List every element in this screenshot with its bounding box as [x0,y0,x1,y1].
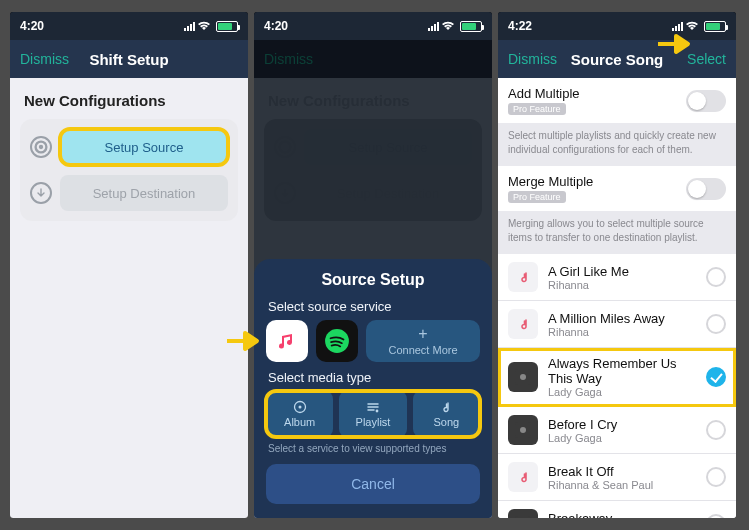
status-bar: 4:20 [10,12,248,40]
album-art-icon [508,509,538,518]
status-right [672,21,726,32]
service-spotify[interactable] [316,320,358,362]
media-label: Select media type [268,370,478,385]
album-art-icon [508,262,538,292]
svg-point-6 [376,410,379,413]
status-right [428,21,482,32]
song-title: Breakaway [548,511,696,519]
status-bar: 4:20 [254,12,492,40]
media-hint: Select a service to view supported types [268,443,478,454]
status-time: 4:20 [20,19,44,33]
panel-body: New Configurations Setup Source Setup De… [254,78,492,518]
song-artist: Lady Gaga [548,386,696,398]
media-playlist[interactable]: Playlist [339,391,406,437]
panel-body: New Configurations Setup Source Setup D [10,78,248,518]
song-artist: Rihanna & Sean Paul [548,479,696,491]
svg-point-10 [520,427,526,433]
svg-rect-11 [515,516,531,518]
status-bar: 4:22 [498,12,736,40]
pro-badge: Pro Feature [508,103,566,115]
signal-icon [672,21,683,31]
status-time: 4:20 [264,19,288,33]
album-art-icon [508,462,538,492]
signal-icon [184,21,195,31]
wifi-icon [441,21,455,31]
nav-bar-dimmed: Dismiss [254,40,492,78]
nav-bar: Dismiss Source Song Select [498,40,736,78]
song-row[interactable]: A Million Miles AwayRihanna [498,301,736,348]
song-row[interactable]: Always Remember Us This WayLady Gaga [498,348,736,407]
pro-badge: Pro Feature [508,191,566,203]
setup-destination-button[interactable]: Setup Destination [60,175,228,211]
song-list: A Girl Like MeRihannaA Million Miles Awa… [498,254,736,518]
media-song[interactable]: Song [413,391,480,437]
sheet-title: Source Setup [266,271,480,289]
screenshot-source-setup: 4:20 Dismiss New Configurations Setup So… [254,12,492,518]
step-source-icon [30,136,52,158]
connect-more-button[interactable]: + Connect More [366,320,480,362]
dismiss-button[interactable]: Dismiss [10,40,79,78]
song-row[interactable]: Break It OffRihanna & Sean Paul [498,454,736,501]
song-radio[interactable] [706,367,726,387]
screenshot-shift-setup: 4:20 . Dismiss Shift Setup New Configura… [10,12,248,518]
nav-title: Source Song [571,51,664,68]
song-row[interactable]: BreakawayLennon Stella [498,501,736,518]
album-art-icon [508,415,538,445]
merge-multiple-toggle[interactable] [686,178,726,200]
source-setup-sheet: Source Setup Select source service + Con… [254,259,492,518]
wifi-icon [685,21,699,31]
song-row[interactable]: A Girl Like MeRihanna [498,254,736,301]
dismiss-button: Dismiss [254,40,323,78]
signal-icon [428,21,439,31]
svg-point-5 [298,406,301,409]
status-time: 4:22 [508,19,532,33]
config-card: Setup Source Setup Destination [20,119,238,221]
nav-title: Shift Setup [89,51,168,68]
add-multiple-row[interactable]: Add Multiple Pro Feature [498,78,736,123]
song-artist: Rihanna [548,279,696,291]
song-radio[interactable] [706,314,726,334]
section-header: New Configurations [24,92,234,109]
panel-body: Add Multiple Pro Feature Select multiple… [498,78,736,518]
select-button[interactable]: Select [677,40,736,78]
album-art-icon [508,309,538,339]
service-label: Select source service [268,299,478,314]
media-album[interactable]: Album [266,391,333,437]
wifi-icon [197,21,211,31]
battery-icon [460,21,482,32]
plus-icon: + [418,326,427,342]
song-radio[interactable] [706,467,726,487]
song-title: Break It Off [548,464,696,479]
song-title: Before I Cry [548,417,696,432]
song-radio[interactable] [706,267,726,287]
merge-multiple-row[interactable]: Merge Multiple Pro Feature [498,166,736,211]
svg-point-8 [520,374,526,380]
service-apple-music[interactable] [266,320,308,362]
media-type-row: Album Playlist Song [266,391,480,437]
nav-bar: Dismiss Shift Setup [10,40,248,78]
screenshot-source-song: 4:22 Dismiss Source Song Select Add Mult… [498,12,736,518]
dismiss-button[interactable]: Dismiss [498,40,567,78]
step-dest-icon [30,182,52,204]
song-artist: Rihanna [548,326,696,338]
song-title: A Million Miles Away [548,311,696,326]
add-multiple-note: Select multiple playlists and quickly cr… [498,123,736,166]
status-right [184,21,238,32]
merge-multiple-note: Merging allows you to select multiple so… [498,211,736,254]
song-radio[interactable] [706,514,726,518]
battery-icon [216,21,238,32]
song-artist: Lady Gaga [548,432,696,444]
battery-icon [704,21,726,32]
add-multiple-toggle[interactable] [686,90,726,112]
album-art-icon [508,362,538,392]
setup-source-button[interactable]: Setup Source [60,129,228,165]
cancel-button[interactable]: Cancel [266,464,480,504]
svg-point-1 [39,145,43,149]
song-radio[interactable] [706,420,726,440]
song-title: A Girl Like Me [548,264,696,279]
song-title: Always Remember Us This Way [548,356,696,386]
song-row[interactable]: Before I CryLady Gaga [498,407,736,454]
